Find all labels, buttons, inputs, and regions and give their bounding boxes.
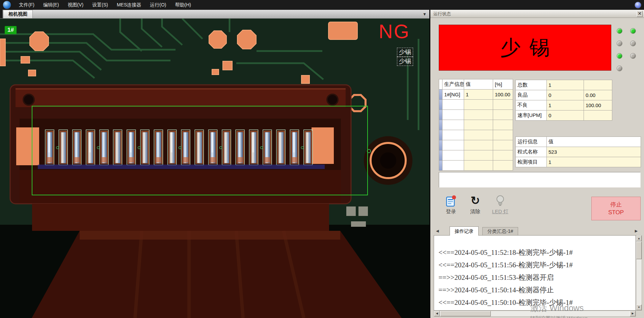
refresh-icon: ↻: [471, 195, 480, 207]
table-row: 良品00.00: [516, 90, 612, 100]
run-status-panel: 运行状态 ✕ 少锡 生产信息 值 [%] 1#[NG]1100.00 总数1良品…: [430, 10, 644, 318]
menu-help[interactable]: 帮助(H): [170, 0, 195, 10]
app-logo-icon: [3, 1, 11, 9]
tabstrip-corner: [0, 10, 3, 18]
login-badge-icon: [445, 195, 457, 207]
chevron-down-icon[interactable]: ▼: [420, 10, 429, 18]
close-icon[interactable]: ✕: [637, 11, 643, 17]
menu-bar: 文件(F) 编辑(E) 视图(V) 设置(S) MES连接器 运行(O) 帮助(…: [0, 0, 644, 10]
led-bulb-icon: [495, 195, 505, 207]
table-row: [439, 110, 513, 120]
led-light-button[interactable]: LED 灯: [489, 195, 511, 221]
status-led: [630, 53, 636, 59]
camera-view: 1# NG 少锡 少锡: [0, 19, 429, 318]
log-tab-bar: ◀ 操作记录 分类汇总-1# ▶: [430, 226, 644, 235]
table-row: [439, 161, 513, 171]
tab-operation-log[interactable]: 操作记录: [450, 226, 479, 236]
table-header-row: 运行信息 值: [516, 137, 641, 147]
status-led: [617, 28, 622, 34]
table-row: [439, 150, 513, 161]
log-entry: <<==2024-05-05_11:51:56-检测完毕-少锡-1#: [434, 259, 636, 271]
table-row: [439, 140, 513, 150]
log-entry: <<==2024-05-05_11:52:18-检测完毕-少锡-1#: [434, 246, 636, 259]
table-header-row: 生产信息 值 [%]: [439, 79, 513, 90]
menu-run[interactable]: 运行(O): [145, 0, 170, 10]
table-row: [439, 100, 513, 110]
tab-scroll-right-icon[interactable]: ▶: [633, 228, 639, 234]
status-led: [617, 41, 622, 46]
table-row: 速率[UPM]0: [516, 111, 612, 121]
tab-camera-view[interactable]: 相机视图: [3, 10, 33, 18]
scroll-down-icon[interactable]: ▼: [636, 304, 642, 310]
scroll-right-icon[interactable]: ▶: [630, 311, 636, 316]
log-list: <<==2024-05-05_11:52:18-检测完毕-少锡-1#<<==20…: [434, 236, 636, 309]
operation-log-area: <<==2024-05-05_11:52:18-检测完毕-少锡-1#<<==20…: [434, 235, 636, 311]
clear-button[interactable]: ↻ 清除: [464, 195, 486, 221]
inspection-result-label: NG: [379, 20, 410, 43]
tab-class-summary[interactable]: 分类汇总-1#: [482, 227, 518, 236]
table-row: 不良1100.00: [516, 100, 612, 111]
tab-scroll-left-icon[interactable]: ◀: [434, 228, 440, 234]
camera-index-badge: 1#: [5, 26, 17, 34]
status-led: [630, 28, 636, 34]
status-led: [617, 66, 622, 71]
camera-tab-strip: 相机视图 ▼: [0, 10, 429, 19]
status-led: [617, 53, 622, 59]
table-row: 总数1: [516, 80, 612, 90]
defect-tag: 少锡: [397, 57, 413, 66]
message-box: [439, 172, 641, 188]
status-led: [630, 41, 636, 46]
log-entry: <<==2024-05-05_11:50:10-检测完毕-少锡-1#: [434, 296, 636, 309]
run-info-table: 运行信息 值 程式名称523检测项目1: [515, 137, 641, 167]
login-button[interactable]: 登录: [440, 195, 462, 221]
defect-tag-list: 少锡 少锡: [397, 48, 413, 66]
pcb-image: [0, 19, 429, 318]
scrollbar-thumb[interactable]: [636, 242, 642, 259]
panel-title: 运行状态: [430, 10, 644, 18]
tray-icon[interactable]: [635, 2, 641, 8]
production-table: 生产信息 值 [%] 1#[NG]1100.00: [439, 79, 513, 171]
menu-edit[interactable]: 编辑(E): [39, 0, 63, 10]
horizontal-scrollbar[interactable]: ◀ ▶: [434, 311, 636, 317]
table-row: 1#[NG]1100.00: [439, 90, 513, 100]
menu-mes-connector[interactable]: MES连接器: [112, 0, 145, 10]
log-entry: ==>>2024-05-05_11:51:53-检测器开启: [434, 271, 636, 284]
log-entry: ==>>2024-05-05_11:50:14-检测器停止: [434, 284, 636, 296]
stop-button[interactable]: 停止 STOP: [591, 197, 641, 220]
stats-table: 总数1良品00.00不良1100.00速率[UPM]0: [515, 80, 612, 121]
scrollbar-thumb[interactable]: [440, 311, 491, 316]
defect-tag: 少锡: [397, 48, 413, 57]
table-row: [439, 120, 513, 130]
scroll-up-icon[interactable]: ▲: [636, 236, 642, 241]
menu-settings[interactable]: 设置(S): [88, 0, 112, 10]
menu-file[interactable]: 文件(F): [15, 0, 39, 10]
menu-view[interactable]: 视图(V): [63, 0, 88, 10]
indicator-grid: [617, 28, 636, 71]
table-row: [439, 130, 513, 140]
vertical-scrollbar[interactable]: ▲ ▼: [636, 235, 642, 311]
scroll-left-icon[interactable]: ◀: [434, 311, 440, 316]
defect-alert-box: 少锡: [439, 25, 611, 71]
table-row: 检测项目1: [516, 157, 641, 167]
aoi-inspection-app: 文件(F) 编辑(E) 视图(V) 设置(S) MES连接器 运行(O) 帮助(…: [0, 0, 644, 318]
table-row: 程式名称523: [516, 147, 641, 157]
